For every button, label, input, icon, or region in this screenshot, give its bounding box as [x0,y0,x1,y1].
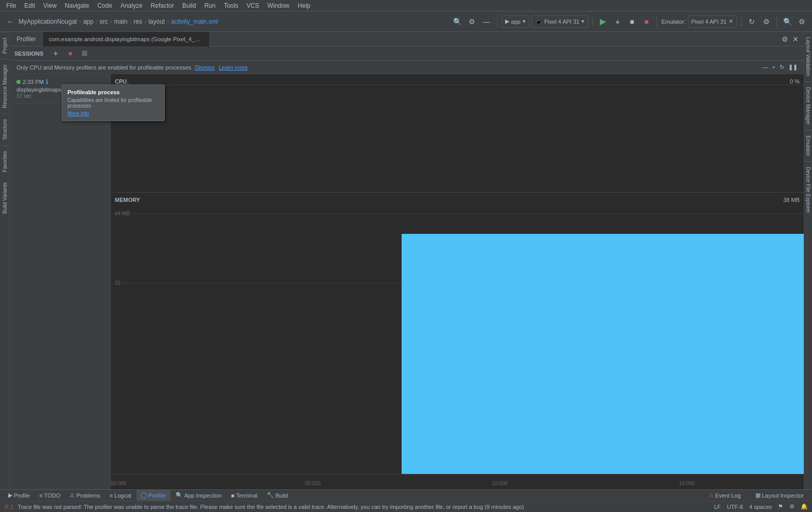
bottom-tab-profiler[interactable]: ◯ Profiler [136,490,170,501]
settings-status-icon[interactable]: ⚙ [789,503,794,510]
bottom-tab-logcat[interactable]: ≡ Logcat [106,490,135,501]
menu-help[interactable]: Help [293,1,315,10]
profiler-tab-profiler[interactable]: Profiler [10,32,43,46]
build-icon: 🔨 [267,492,274,499]
lf-indicator[interactable]: LF [714,504,721,510]
bottom-tab-layout-inspector[interactable]: ▦ Layout Inspector [751,490,808,501]
breadcrumb-app: MyApplicationNougat [19,18,77,25]
bottom-tab-profile[interactable]: ▶ Profile [4,490,34,501]
dismiss-link[interactable]: Dismiss [195,64,215,71]
menu-navigate[interactable]: Navigate [61,1,93,10]
memory-chart[interactable]: MEMORY 38 MB 64 MB 32 00:000 05:000 [111,193,804,489]
menu-build[interactable]: Build [178,1,200,10]
left-tab-resource-manager[interactable]: Resource Manager [1,59,9,113]
bottom-tab-event-log[interactable]: ⚠ Event Log [704,490,745,501]
left-tab-project[interactable]: Project [1,32,9,59]
menu-vcs[interactable]: VCS [243,1,264,10]
toolbar-separator-5 [776,16,777,27]
pixel-text: Pixel 4 API 31 [544,19,580,25]
breadcrumb-main: main [114,18,127,25]
app-selector-arrow: ▾ [523,18,526,25]
stop-button[interactable]: ■ [640,15,652,28]
right-tab-device-manager[interactable]: Device Manager [804,82,812,130]
info-sync-icon[interactable]: ↻ [780,64,784,71]
main-area: Project Resource Manager Structure Favor… [0,32,812,489]
app-selector-text: app [511,19,521,25]
spaces-indicator[interactable]: 4 spaces [749,504,772,510]
info-bar-icons: — + ↻ ❚❚ [763,64,798,71]
minimize-toolbar-btn[interactable]: — [480,15,493,28]
profile-label: Profile [14,492,30,499]
app-selector[interactable]: ▶ app ▾ [502,15,529,28]
left-sidebar: Project Resource Manager Structure Favor… [0,32,10,489]
cpu-value: 0 % [790,78,800,84]
debug-button[interactable]: ● [611,15,624,28]
right-tab-emulator[interactable]: Emulator [804,130,812,162]
learn-more-link[interactable]: Learn more [219,64,248,71]
menu-code[interactable]: Code [93,1,116,10]
menu-analyze[interactable]: Analyze [116,1,147,10]
run-button[interactable]: ▶ [597,15,609,28]
toolbar-separator-3 [656,16,657,27]
left-tab-build-variants[interactable]: Build Variants [1,177,9,219]
sessions-toolbar: SESSIONS + ■ ☒ [10,46,804,61]
profiler-tab-process[interactable]: com.example.android.displayingbitmaps (G… [43,32,210,46]
tooltip-link[interactable]: More info [67,111,159,116]
session-item[interactable]: 2:33 PM ℹ displayingbitmaps (Google Pi..… [10,74,110,104]
coverage-button[interactable]: ■ [626,15,638,28]
menu-window[interactable]: Window [263,1,293,10]
stop-session-btn[interactable]: ■ [64,47,76,60]
info-bar: Only CPU and Memory profilers are enable… [10,61,804,74]
sync-btn[interactable]: ↻ [746,15,758,28]
error-icon: ⊘ [4,503,9,510]
encoding-indicator[interactable]: UTF-8 [727,504,743,510]
session-info-icon[interactable]: ℹ [46,78,48,86]
memory-gridline-64 [111,213,804,214]
delete-session-btn[interactable]: ☒ [78,47,91,60]
menu-file[interactable]: File [2,1,20,10]
bottom-tab-app-inspection[interactable]: 🔍 App Inspection [171,490,226,501]
todo-icon: ≡ [39,492,42,499]
left-tab-favorites[interactable]: Favorites [1,145,9,177]
menu-refactor[interactable]: Refactor [147,1,178,10]
left-tab-structure[interactable]: Structure [1,113,9,145]
status-bar: ⊘ 1 Trace file was not parsed: The profi… [0,501,812,512]
bottom-tab-build[interactable]: 🔨 Build [263,490,292,501]
settings-toolbar-btn[interactable]: ⚙ [466,15,478,28]
info-minimize-icon[interactable]: — [763,64,768,71]
terminal-icon: ■ [231,492,235,499]
add-session-btn[interactable]: + [49,47,62,60]
bottom-tab-problems[interactable]: ⚠ Problems [65,490,104,501]
session-status-dot [16,80,21,84]
emulator-selector[interactable]: Pixel 4 API 31 ✕ [688,15,737,28]
time-label-3: 10:000 [492,481,508,486]
pixel-arrow: ▾ [581,18,584,25]
info-pause-icon[interactable]: ❚❚ [788,64,798,71]
menu-tools[interactable]: Tools [220,1,243,10]
menu-edit[interactable]: Edit [20,1,39,10]
search-btn[interactable]: 🔍 [781,15,793,28]
tooltip-profileable: Profileable process Capabilities are lim… [62,84,165,121]
git-icon: ⚑ [778,503,783,510]
search-toolbar-btn[interactable]: 🔍 [452,15,464,28]
profiler-close-icon[interactable]: ✕ [791,34,800,44]
right-tab-device-file-explorer[interactable]: Device File Explorer [804,162,812,218]
app-inspection-label: App Inspection [184,492,222,499]
notifications-icon[interactable]: 🔔 [801,503,808,510]
bottom-tab-terminal[interactable]: ■ Terminal [227,490,262,501]
menu-view[interactable]: View [39,1,61,10]
bottom-tab-todo[interactable]: ≡ TODO [35,490,64,501]
info-plus-icon[interactable]: + [772,64,775,71]
gear-btn[interactable]: ⚙ [760,15,772,28]
event-log-label: Event Log [715,492,741,499]
pixel-selector[interactable]: 📱 Pixel 4 API 31 ▾ [531,15,589,28]
chart-area: CPU 0 % 100 % 50 MEMORY 38 MB [111,74,804,489]
back-btn[interactable]: ← [4,15,16,28]
right-tab-layout-validation[interactable]: Layout Validation [804,32,812,82]
pixel-icon: 📱 [535,18,542,25]
menu-run[interactable]: Run [200,1,220,10]
bottom-bar: ▶ Profile ≡ TODO ⚠ Problems ≡ Logcat ◯ P… [0,489,812,501]
profiler-tab-label: Profiler [16,36,36,43]
settings-btn-2[interactable]: ⚙ [796,15,808,28]
profiler-settings-icon[interactable]: ⚙ [781,34,789,44]
